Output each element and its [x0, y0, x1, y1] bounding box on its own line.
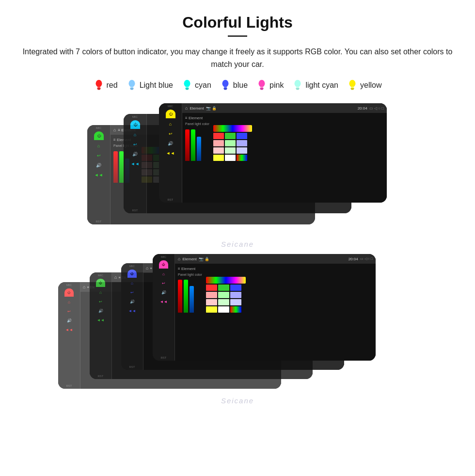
- color-label-red: red: [107, 81, 118, 90]
- color-label-lightcyan: light cyan: [305, 81, 338, 90]
- color-item-lightblue: Light blue: [127, 79, 173, 92]
- bottom-device-row: MIC ⏻ ⌂ ↩ 🔊 ◄◄ RST: [58, 254, 417, 395]
- bulb-blue-icon: [220, 79, 231, 92]
- svg-rect-2: [97, 88, 100, 89]
- color-item-red: red: [94, 79, 118, 92]
- svg-rect-19: [260, 89, 263, 90]
- color-item-pink: pink: [256, 79, 284, 92]
- color-label-cyan: cyan: [195, 81, 211, 90]
- svg-rect-14: [223, 88, 227, 89]
- svg-rect-7: [130, 89, 133, 90]
- svg-rect-10: [185, 88, 189, 89]
- color-label-yellow: yellow: [360, 81, 381, 90]
- svg-point-12: [222, 80, 228, 87]
- bulb-cyan-icon: [182, 79, 192, 92]
- svg-rect-23: [297, 89, 300, 90]
- color-label-lightblue: Light blue: [140, 81, 173, 90]
- device-front-bottom: MIC ⏻ ⌂ ↩ 🔊 ◄◄ RST: [153, 254, 376, 361]
- color-item-lightcyan: light cyan: [292, 79, 338, 92]
- svg-rect-6: [130, 88, 133, 89]
- svg-point-8: [184, 80, 190, 87]
- bulb-lightcyan-icon: [292, 79, 303, 92]
- svg-rect-22: [296, 88, 300, 89]
- svg-point-0: [95, 80, 102, 87]
- watermark-top: Seicane: [0, 238, 475, 252]
- color-item-blue: blue: [220, 79, 248, 92]
- svg-rect-11: [186, 89, 189, 90]
- color-item-cyan: cyan: [182, 79, 211, 92]
- svg-point-4: [128, 80, 135, 87]
- svg-rect-18: [260, 88, 263, 89]
- description: Integrated with 7 colors of button indic…: [0, 46, 475, 70]
- svg-rect-3: [97, 89, 100, 90]
- color-item-yellow: yellow: [347, 79, 381, 92]
- svg-point-20: [295, 80, 301, 87]
- color-label-pink: pink: [269, 81, 284, 90]
- bulb-red-icon: [94, 79, 104, 92]
- svg-rect-15: [224, 89, 227, 90]
- watermark-bottom: Seicane: [0, 395, 475, 409]
- title-divider: [228, 35, 247, 37]
- bulb-lightblue-icon: [127, 79, 137, 92]
- svg-rect-27: [351, 89, 354, 90]
- page-title: Colorful Lights: [0, 0, 475, 35]
- device-front-top: MIC ⏻ ⌂ ↩ 🔊 ◄◄ RST: [159, 103, 387, 203]
- svg-rect-26: [350, 88, 354, 89]
- top-device-row: MIC ⏻ ⌂ ↩ 🔊 ◄◄ RST: [87, 103, 388, 229]
- color-list: red Light blue cyan blue: [0, 79, 475, 92]
- color-label-blue: blue: [233, 81, 248, 90]
- svg-point-24: [349, 80, 356, 87]
- bulb-yellow-icon: [347, 79, 358, 92]
- svg-point-16: [259, 80, 265, 87]
- bulb-pink-icon: [256, 79, 267, 92]
